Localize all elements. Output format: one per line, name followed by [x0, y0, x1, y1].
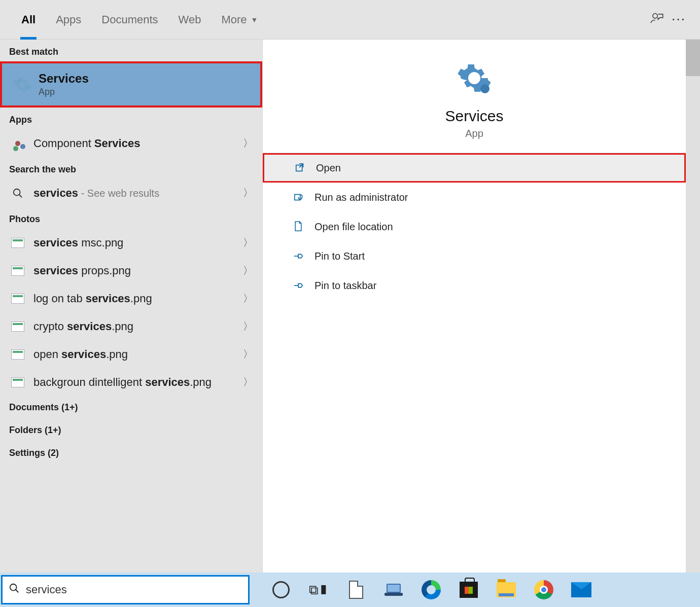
image-thumb-icon: [9, 320, 26, 333]
pin-icon: [293, 251, 314, 261]
open-icon: [295, 162, 316, 173]
result-apps-0[interactable]: Component Services 〉: [0, 129, 262, 157]
chevron-right-icon: 〉: [243, 264, 253, 277]
search-input[interactable]: [26, 583, 248, 596]
best-match-subtitle: App: [39, 87, 89, 97]
chevron-right-icon: 〉: [243, 136, 253, 150]
section-web: Search the web: [0, 157, 262, 179]
result-photo-0[interactable]: services msc.png〉: [0, 229, 262, 257]
action-pin-taskbar[interactable]: Pin to taskbar: [263, 271, 686, 300]
image-thumb-icon: [9, 348, 26, 361]
scrollbar-thumb[interactable]: [686, 40, 700, 76]
result-label: backgroun dintelligent services.png: [33, 376, 243, 389]
search-icon: [3, 583, 26, 597]
image-thumb-icon: [9, 264, 26, 277]
best-match-title: Services: [39, 72, 89, 86]
mail-icon[interactable]: [570, 579, 592, 601]
chevron-right-icon: 〉: [243, 375, 253, 389]
preview-subtitle: App: [465, 128, 483, 139]
microsoft-store-icon[interactable]: [458, 579, 480, 601]
services-gear-icon: [456, 60, 493, 96]
file-explorer-icon[interactable]: [495, 579, 517, 601]
action-label: Run as administrator: [314, 192, 408, 203]
preview-title: Services: [445, 108, 503, 125]
taskbar: ⧉▮: [0, 573, 700, 607]
result-label: log on tab services.png: [33, 292, 243, 305]
cortana-icon[interactable]: [270, 579, 292, 601]
task-view-icon[interactable]: ⧉▮: [307, 579, 330, 601]
svg-rect-11: [388, 585, 400, 592]
section-settings[interactable]: Settings (2): [0, 442, 262, 465]
image-thumb-icon: [9, 376, 26, 389]
svg-rect-12: [384, 593, 403, 596]
preview-pane: Services App Open Run as administrator O…: [263, 40, 686, 573]
result-label: open services.png: [33, 348, 243, 361]
image-thumb-icon: [9, 236, 26, 249]
chevron-down-icon: ▼: [251, 16, 258, 24]
result-photo-2[interactable]: log on tab services.png〉: [0, 284, 262, 312]
pin-icon: [293, 280, 314, 291]
result-label: services props.png: [33, 264, 243, 277]
action-pin-start[interactable]: Pin to Start: [263, 241, 686, 271]
chrome-icon[interactable]: [533, 579, 555, 601]
search-icon: [9, 187, 26, 200]
svg-point-0: [653, 13, 657, 18]
result-photo-4[interactable]: open services.png〉: [0, 340, 262, 368]
chevron-right-icon: 〉: [243, 186, 253, 200]
result-web[interactable]: services - See web results 〉: [0, 179, 262, 207]
result-label: Component Services: [33, 137, 243, 150]
section-apps: Apps: [0, 108, 262, 129]
image-thumb-icon: [9, 292, 26, 305]
action-open-location[interactable]: Open file location: [263, 212, 686, 241]
svg-point-8: [10, 584, 17, 591]
edge-icon[interactable]: [420, 579, 442, 601]
chevron-right-icon: 〉: [243, 236, 253, 249]
chevron-right-icon: 〉: [243, 292, 253, 305]
options-icon[interactable]: [668, 12, 689, 27]
feedback-icon[interactable]: [646, 11, 668, 28]
action-open[interactable]: Open: [263, 153, 686, 183]
laptop-icon[interactable]: [382, 579, 405, 601]
svg-point-3: [480, 84, 489, 93]
tab-web[interactable]: Web: [168, 0, 212, 40]
taskbar-search[interactable]: [1, 575, 250, 604]
section-best-match: Best match: [0, 40, 262, 61]
results-list: Best match Services App Apps Component S…: [0, 40, 263, 573]
result-label: crypto services.png: [33, 320, 243, 333]
component-services-icon: [9, 137, 26, 150]
svg-point-1: [14, 189, 20, 195]
libreoffice-icon[interactable]: [345, 579, 367, 601]
section-photos: Photos: [0, 207, 262, 229]
chevron-right-icon: 〉: [243, 347, 253, 361]
result-photo-5[interactable]: backgroun dintelligent services.png〉: [0, 368, 262, 396]
section-folders[interactable]: Folders (1+): [0, 419, 262, 442]
services-gear-icon: [11, 74, 33, 96]
action-label: Pin to taskbar: [314, 280, 376, 292]
folder-icon: [293, 221, 314, 233]
search-tabs: All Apps Documents Web More▼: [0, 0, 700, 40]
result-photo-3[interactable]: crypto services.png〉: [0, 312, 262, 340]
result-label: services msc.png: [33, 236, 243, 249]
best-match-result[interactable]: Services App: [0, 61, 262, 108]
svg-line-2: [19, 194, 22, 197]
action-label: Pin to Start: [314, 251, 365, 262]
chevron-right-icon: 〉: [243, 319, 253, 333]
result-photo-1[interactable]: services props.png〉: [0, 257, 262, 284]
action-label: Open: [316, 162, 341, 174]
action-label: Open file location: [314, 221, 393, 233]
shield-icon: [293, 192, 314, 203]
tab-more-label: More: [221, 13, 247, 26]
tab-more[interactable]: More▼: [211, 0, 268, 40]
tab-all[interactable]: All: [11, 0, 46, 40]
scrollbar[interactable]: [686, 40, 700, 573]
action-run-admin[interactable]: Run as administrator: [263, 183, 686, 212]
tab-apps[interactable]: Apps: [46, 0, 91, 40]
result-label: services - See web results: [33, 187, 243, 200]
section-documents[interactable]: Documents (1+): [0, 396, 262, 419]
tab-documents[interactable]: Documents: [91, 0, 168, 40]
svg-line-9: [16, 590, 19, 593]
